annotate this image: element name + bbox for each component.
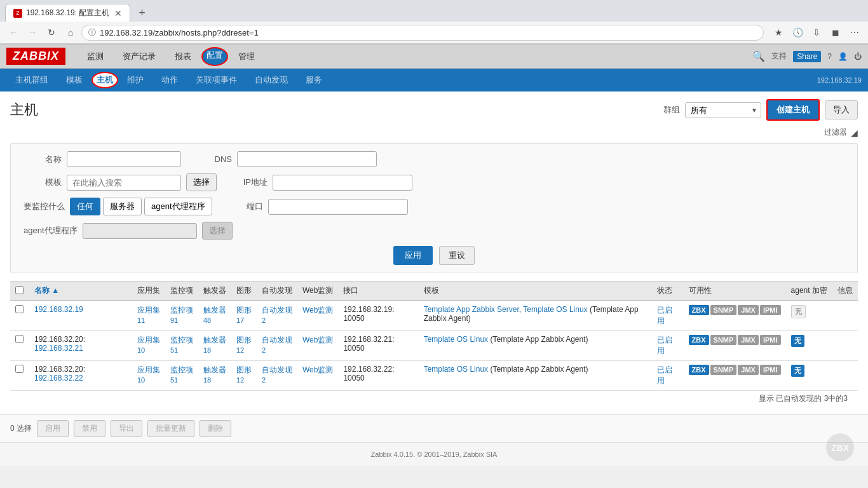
address-bar[interactable]: ⓘ 192.168.32.19/zabbix/hosts.php?ddreset…: [81, 25, 764, 41]
row1-name-link[interactable]: 192.168.32.19: [34, 305, 83, 314]
sub-menu-maintenance[interactable]: 维护: [118, 70, 153, 90]
bulk-enable-button[interactable]: 启用: [37, 420, 69, 437]
row1-graphs-link[interactable]: 图形: [236, 306, 252, 315]
row3-web: Web监测: [297, 361, 338, 391]
row2-template1-link[interactable]: Template OS Linux: [424, 335, 488, 344]
row1-ipmi-badge: IPMI: [760, 305, 781, 315]
row3-discovery-link[interactable]: 自动发现: [262, 365, 292, 374]
new-tab-button[interactable]: +: [133, 4, 151, 22]
row1-discovery-link[interactable]: 自动发现: [262, 306, 292, 315]
help-icon[interactable]: ?: [827, 52, 832, 61]
row3-apps-link[interactable]: 应用集: [137, 365, 160, 374]
bulk-delete-button[interactable]: 删除: [200, 420, 231, 437]
row3-status-link[interactable]: 已启用: [657, 365, 672, 385]
share-label[interactable]: Share: [793, 51, 821, 62]
import-button[interactable]: 导入: [825, 100, 858, 119]
menu-item-assets[interactable]: 资产记录: [114, 47, 165, 66]
row1-items-count: 91: [170, 316, 178, 324]
row2-checkbox[interactable]: [15, 335, 24, 343]
row1-status-link[interactable]: 已启用: [657, 306, 672, 325]
filter-ip-input[interactable]: [273, 175, 412, 191]
row2-triggers-link[interactable]: 触发器: [203, 336, 226, 344]
row2-apps-link[interactable]: 应用集: [137, 336, 160, 344]
filter-port-input[interactable]: [268, 199, 408, 215]
bulk-disable-button[interactable]: 禁用: [74, 420, 105, 437]
sub-menu-correlations[interactable]: 关联项事件: [187, 70, 246, 90]
sub-menu: 主机群组 模板 主机 维护 动作 关联项事件 自动发现 服务 192.168.3…: [0, 69, 868, 92]
row1-template2-link[interactable]: Template OS Linux: [523, 305, 587, 314]
back-button[interactable]: ←: [5, 24, 22, 41]
row1-checkbox[interactable]: [15, 305, 24, 313]
sub-menu-services[interactable]: 服务: [297, 70, 331, 90]
row1-apps: 应用集 11: [132, 301, 165, 331]
download-button[interactable]: ⇩: [808, 24, 825, 41]
tab-close-button[interactable]: ✕: [114, 8, 122, 18]
row1-items-link[interactable]: 监控项: [170, 306, 193, 315]
filter-icon[interactable]: ◢: [851, 128, 858, 138]
row1-graphs-count: 17: [236, 316, 244, 324]
menu-item-admin[interactable]: 管理: [229, 47, 264, 66]
row3-name-link[interactable]: 192.168.32.22: [34, 374, 83, 383]
col-name-link[interactable]: 名称 ▲: [34, 286, 59, 295]
table-header: 名称 ▲ 应用集 监控项 触发器 图形 自动发现 Web监测 接口 模板 状态 …: [10, 281, 858, 301]
sub-menu-templates[interactable]: 模板: [57, 70, 92, 90]
menu-item-config[interactable]: 配置: [201, 47, 228, 66]
row3-web-link[interactable]: Web监测: [302, 365, 333, 374]
filter-reset-button[interactable]: 重设: [439, 246, 475, 265]
zabbix-logo[interactable]: ZABBIX: [6, 48, 65, 65]
group-select[interactable]: 所有Linux serversZabbix servers: [685, 102, 761, 118]
row1-web-link[interactable]: Web监测: [302, 306, 333, 315]
home-button[interactable]: ⌂: [62, 24, 79, 41]
row2-triggers: 触发器 18: [198, 331, 231, 361]
create-host-button[interactable]: 创建主机: [766, 99, 820, 121]
row3-template1-link[interactable]: Template OS Linux: [424, 365, 488, 374]
row2-name-link[interactable]: 192.168.32.21: [34, 344, 83, 353]
row2-web-link[interactable]: Web监测: [302, 336, 333, 344]
filter-name-input[interactable]: [67, 151, 181, 167]
sub-menu-actions[interactable]: 动作: [153, 70, 187, 90]
row3-graphs-link[interactable]: 图形: [236, 365, 252, 374]
row2-status-link[interactable]: 已启用: [657, 336, 672, 355]
active-tab[interactable]: Z 192.168.32.19: 配置主机 ✕: [5, 4, 130, 22]
menu-item-reports[interactable]: 报表: [166, 47, 200, 66]
monitor-btn-any[interactable]: 任何: [70, 198, 100, 215]
search-icon[interactable]: 🔍: [752, 50, 765, 62]
bulk-update-button[interactable]: 批量更新: [147, 420, 194, 437]
profile-button[interactable]: 🕔: [789, 24, 806, 41]
row1-triggers-link[interactable]: 触发器: [203, 306, 226, 315]
filter-template-input[interactable]: [67, 175, 181, 191]
row2-avail-group: ZBX SNMP JMX IPMI: [689, 335, 781, 345]
refresh-button[interactable]: ↻: [43, 24, 60, 41]
row2-graphs-link[interactable]: 图形: [236, 336, 252, 344]
row3-checkbox[interactable]: [15, 365, 24, 373]
sub-menu-host-groups[interactable]: 主机群组: [6, 70, 57, 90]
row3-triggers-link[interactable]: 触发器: [203, 365, 226, 374]
monitor-btn-agent[interactable]: agent代理程序: [144, 198, 212, 215]
row3-items-count: 51: [170, 376, 178, 384]
bulk-export-button[interactable]: 导出: [111, 420, 142, 437]
sub-menu-hosts[interactable]: 主机: [92, 72, 118, 88]
row2-items-link[interactable]: 监控项: [170, 336, 193, 344]
row3-name: 192.168.32.20: 192.168.32.22: [29, 361, 132, 391]
filter-field-monitor: 要监控什么 任何 服务器 agent代理程序: [24, 198, 212, 215]
logout-icon[interactable]: ⏻: [854, 52, 862, 61]
filter-template-select-button[interactable]: 选择: [186, 173, 217, 191]
sub-menu-discovery[interactable]: 自动发现: [246, 70, 297, 90]
filter-apply-button[interactable]: 应用: [393, 246, 433, 265]
select-all-checkbox[interactable]: [15, 286, 24, 294]
row3-name-prefix: 192.168.32.20:: [34, 365, 85, 374]
extensions-button[interactable]: ◼: [827, 24, 844, 41]
support-label[interactable]: 支持: [771, 51, 787, 62]
row2-discovery-link[interactable]: 自动发现: [262, 336, 292, 344]
row1-apps-link[interactable]: 应用集: [137, 306, 160, 315]
menu-item-monitor[interactable]: 监测: [78, 47, 112, 66]
bookmark-button[interactable]: ★: [770, 24, 787, 41]
user-icon[interactable]: 👤: [838, 52, 848, 61]
row3-graphs: 图形 12: [231, 361, 257, 391]
more-button[interactable]: ⋯: [846, 24, 863, 41]
forward-button[interactable]: →: [24, 24, 41, 41]
monitor-btn-server[interactable]: 服务器: [103, 198, 142, 215]
row3-items-link[interactable]: 监控项: [170, 365, 193, 374]
filter-dns-input[interactable]: [237, 151, 377, 167]
row1-template1-link[interactable]: Template App Zabbix Server: [424, 305, 519, 314]
